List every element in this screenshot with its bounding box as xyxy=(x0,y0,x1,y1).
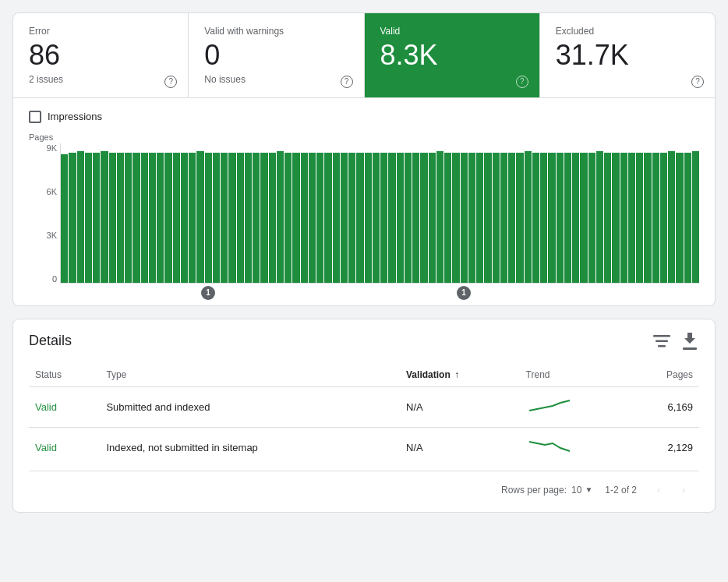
col-validation[interactable]: Validation ↑ xyxy=(400,363,520,387)
bar xyxy=(301,153,308,282)
bar xyxy=(125,153,132,282)
svg-rect-3 xyxy=(683,347,697,350)
bar xyxy=(476,153,483,282)
chart-y-label: Pages xyxy=(29,132,699,142)
download-icon[interactable] xyxy=(680,332,699,351)
bar xyxy=(652,153,659,282)
bar xyxy=(117,153,124,282)
event-dot: 1 xyxy=(201,286,215,300)
trend-up-icon xyxy=(526,397,573,415)
bar xyxy=(676,153,683,282)
bar xyxy=(316,153,323,282)
details-title: Details xyxy=(29,333,72,349)
tile-error-sub: 2 issues xyxy=(29,74,172,85)
bar xyxy=(564,153,571,282)
bar xyxy=(133,153,140,282)
bar xyxy=(572,153,579,282)
bar xyxy=(429,153,436,282)
bar xyxy=(508,153,515,282)
bar xyxy=(237,153,244,282)
col-type: Type xyxy=(100,363,400,387)
page-info: 1-2 of 2 xyxy=(605,485,637,496)
bar xyxy=(93,153,100,282)
cell-type: Submitted and indexed xyxy=(100,386,400,427)
cell-status: Valid xyxy=(29,427,100,467)
bar xyxy=(397,153,404,282)
bar xyxy=(525,151,532,282)
bar xyxy=(588,153,595,282)
bar xyxy=(644,153,651,282)
cell-status: Valid xyxy=(29,386,100,427)
details-card: Details xyxy=(12,319,716,513)
top-card: Error 86 2 issues ? Valid with warnings … xyxy=(12,12,716,306)
impressions-checkbox[interactable] xyxy=(29,111,41,123)
cell-pages: 6,169 xyxy=(628,386,699,427)
bar xyxy=(277,151,284,282)
prev-page-button[interactable]: ‹ xyxy=(649,481,668,499)
bar xyxy=(101,151,108,282)
table-row: ValidSubmitted and indexedN/A 6,169 xyxy=(29,386,699,427)
tile-warnings-value: 0 xyxy=(204,40,348,71)
bar xyxy=(141,153,148,282)
bar xyxy=(157,153,164,282)
cell-pages: 2,129 xyxy=(628,427,699,467)
tile-excluded[interactable]: Excluded 31.7K ? xyxy=(540,13,715,97)
rows-per-page: Rows per page: 10 ▼ xyxy=(501,485,592,496)
tile-warnings-help-icon[interactable]: ? xyxy=(341,76,353,88)
tile-warnings[interactable]: Valid with warnings 0 No issues ? xyxy=(189,13,364,97)
bar xyxy=(309,153,316,282)
bar xyxy=(284,153,292,282)
bar xyxy=(612,153,619,282)
bar xyxy=(388,153,395,282)
bar xyxy=(660,153,667,282)
bar xyxy=(420,153,427,282)
bar xyxy=(164,153,171,282)
bar xyxy=(109,153,116,282)
bar xyxy=(149,153,156,282)
bar xyxy=(69,153,76,282)
cell-validation: N/A xyxy=(400,427,520,467)
bar xyxy=(196,151,203,282)
y-tick: 9K xyxy=(29,143,57,153)
x-tick: 5/24/19 xyxy=(60,305,89,306)
details-table: Status Type Validation ↑ Trend Pages Val… xyxy=(29,363,699,467)
bar xyxy=(444,153,451,282)
bar xyxy=(500,153,507,282)
y-tick: 6K xyxy=(29,187,57,196)
tile-warnings-sub: No issues xyxy=(204,74,348,85)
tile-excluded-label: Excluded xyxy=(556,26,699,37)
x-tick: 8/9/19 xyxy=(675,305,699,306)
status-tiles: Error 86 2 issues ? Valid with warnings … xyxy=(13,13,715,98)
bar xyxy=(484,153,491,282)
chart-area: 03K6K9K 11 5/24/196/4/196/15/196/26/197/… xyxy=(29,143,699,299)
y-tick: 0 xyxy=(29,274,57,284)
x-tick: 6/4/19 xyxy=(150,305,174,306)
tile-error-label: Error xyxy=(29,26,172,37)
x-tick: 7/29/19 xyxy=(586,305,615,306)
svg-rect-1 xyxy=(656,340,668,342)
tile-valid[interactable]: Valid 8.3K ? xyxy=(365,13,540,97)
bar xyxy=(77,151,84,282)
tile-warnings-label: Valid with warnings xyxy=(204,26,348,37)
tile-valid-help-icon[interactable]: ? xyxy=(516,76,528,88)
filter-icon[interactable] xyxy=(652,332,671,351)
rows-per-page-select[interactable]: 10 ▼ xyxy=(571,485,592,496)
tile-error-help-icon[interactable]: ? xyxy=(164,76,177,88)
tile-error-value: 86 xyxy=(29,40,172,71)
details-section: Details xyxy=(13,319,715,512)
bar xyxy=(292,153,299,282)
bar xyxy=(436,151,444,282)
bar xyxy=(173,153,180,282)
col-status: Status xyxy=(29,363,100,387)
bar xyxy=(596,151,603,282)
next-page-button[interactable]: › xyxy=(674,481,693,499)
impressions-toggle[interactable]: Impressions xyxy=(29,111,699,123)
bar xyxy=(181,153,188,282)
tile-error[interactable]: Error 86 2 issues ? xyxy=(13,13,189,97)
svg-rect-0 xyxy=(653,335,670,337)
table-header: Status Type Validation ↑ Trend Pages xyxy=(29,363,699,387)
tile-excluded-help-icon[interactable]: ? xyxy=(691,76,704,88)
bar xyxy=(580,153,587,282)
impressions-label: Impressions xyxy=(48,111,102,122)
x-tick: 7/18/19 xyxy=(497,305,525,306)
